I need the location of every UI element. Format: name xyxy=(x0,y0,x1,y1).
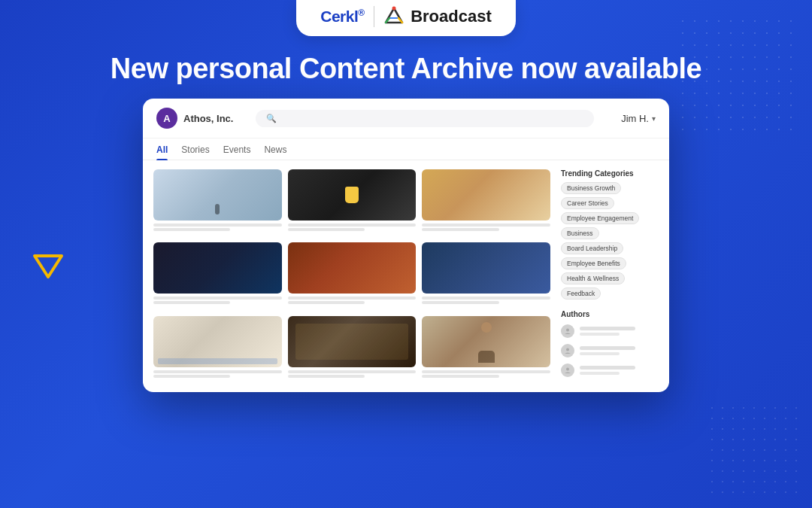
header: Cerkl® Broadcast xyxy=(0,0,812,36)
broadcast-icon xyxy=(383,6,404,27)
author-item xyxy=(561,344,659,357)
tag-business[interactable]: Business xyxy=(561,227,599,239)
app-topbar: A Athos, Inc. 🔍 Jim H. ▾ xyxy=(143,99,669,138)
svg-point-3 xyxy=(566,368,569,371)
nav-tabs: All Stories Events News xyxy=(143,138,669,160)
app-content: Trending Categories Business Growth Care… xyxy=(143,160,669,392)
tab-stories[interactable]: Stories xyxy=(181,144,209,160)
logo-pill: Cerkl® Broadcast xyxy=(296,0,515,36)
author-info-2 xyxy=(580,346,659,355)
tag-health-wellness[interactable]: Health & Wellness xyxy=(561,272,625,284)
caption-3 xyxy=(422,224,550,231)
svg-point-1 xyxy=(566,329,569,332)
content-image-5 xyxy=(288,242,417,294)
author-avatar-1 xyxy=(561,324,574,338)
caption-1 xyxy=(153,224,282,231)
grid-item[interactable] xyxy=(288,316,417,383)
tag-employee-benefits[interactable]: Employee Benefits xyxy=(561,257,626,269)
authors-title: Authors xyxy=(561,310,659,318)
author-info-3 xyxy=(580,366,659,375)
tag-feedback[interactable]: Feedback xyxy=(561,287,601,300)
content-image-7 xyxy=(153,316,282,367)
grid-item[interactable] xyxy=(422,169,550,236)
author-avatar-2 xyxy=(561,344,574,357)
grid-item[interactable] xyxy=(153,242,282,309)
content-image-6 xyxy=(422,242,550,294)
tag-pills-container: Business Growth Career Stories Employee … xyxy=(561,182,659,300)
tab-news[interactable]: News xyxy=(264,144,286,160)
app-mockup: A Athos, Inc. 🔍 Jim H. ▾ All Stories Eve… xyxy=(143,99,669,392)
logo-divider xyxy=(374,6,375,27)
author-avatar-3 xyxy=(561,364,574,377)
company-avatar: A xyxy=(156,108,177,129)
caption-4 xyxy=(153,297,282,304)
search-bar[interactable]: 🔍 xyxy=(256,110,594,127)
svg-point-0 xyxy=(392,7,396,11)
chevron-down-icon: ▾ xyxy=(652,114,656,123)
search-icon: 🔍 xyxy=(266,114,277,123)
user-name: Jim H. xyxy=(621,113,649,124)
caption-8 xyxy=(288,370,417,378)
content-image-9 xyxy=(422,316,550,367)
caption-9 xyxy=(422,370,550,378)
tab-events[interactable]: Events xyxy=(223,144,251,160)
broadcast-label: Broadcast xyxy=(411,7,492,26)
caption-2 xyxy=(288,224,417,231)
app-logo-area: A Athos, Inc. xyxy=(156,108,247,129)
content-image-2 xyxy=(288,169,417,221)
tag-career-stories[interactable]: Career Stories xyxy=(561,197,614,209)
content-image-4 xyxy=(153,242,282,294)
grid-item[interactable] xyxy=(422,316,550,383)
tab-all[interactable]: All xyxy=(156,144,168,160)
trending-title: Trending Categories xyxy=(561,169,659,178)
grid-item[interactable] xyxy=(422,242,550,309)
grid-item[interactable] xyxy=(288,169,417,236)
caption-7 xyxy=(153,370,282,378)
svg-point-2 xyxy=(566,348,569,351)
company-initial: A xyxy=(163,113,170,124)
content-image-8 xyxy=(288,316,417,367)
company-name: Athos, Inc. xyxy=(183,113,233,124)
user-menu[interactable]: Jim H. ▾ xyxy=(603,113,656,124)
broadcast-logo: Broadcast xyxy=(383,6,492,27)
headline-section: New personal Content Archive now availab… xyxy=(0,36,812,99)
main-headline: New personal Content Archive now availab… xyxy=(0,53,812,85)
caption-5 xyxy=(288,297,417,304)
app-container: A Athos, Inc. 🔍 Jim H. ▾ All Stories Eve… xyxy=(0,99,812,392)
content-image-1 xyxy=(153,169,282,221)
grid-item[interactable] xyxy=(153,169,282,236)
author-item xyxy=(561,324,659,338)
tag-business-growth[interactable]: Business Growth xyxy=(561,182,621,194)
tag-board-leadership[interactable]: Board Leadership xyxy=(561,242,623,254)
tag-employee-engagement[interactable]: Employee Engagement xyxy=(561,212,639,224)
content-image-3 xyxy=(422,169,550,221)
author-info-1 xyxy=(580,327,659,336)
sidebar: Trending Categories Business Growth Care… xyxy=(561,169,659,383)
grid-item[interactable] xyxy=(153,316,282,383)
cerkl-logo: Cerkl® xyxy=(320,7,364,26)
content-grid xyxy=(153,169,550,383)
caption-6 xyxy=(422,297,550,304)
grid-item[interactable] xyxy=(288,242,417,309)
author-item xyxy=(561,364,659,377)
